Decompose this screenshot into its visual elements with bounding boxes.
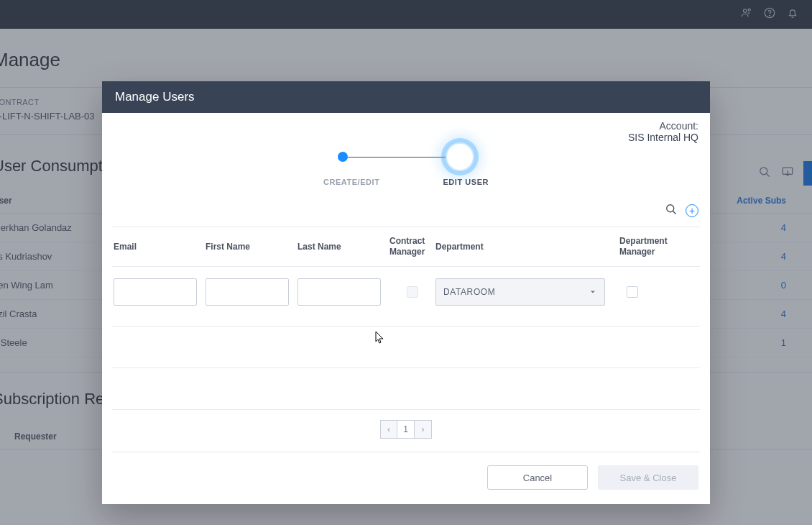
step-labels: CREATE/EDIT EDIT USER [112, 178, 700, 186]
contract-manager-checkbox[interactable] [407, 286, 418, 298]
email-input[interactable] [114, 278, 197, 306]
cancel-button[interactable]: Cancel [487, 465, 588, 490]
grid-header: Email First Name Last Name Contract Mana… [112, 227, 700, 267]
modal-footer: Cancel Save & Close [102, 452, 710, 504]
grid-toolbar: + [112, 199, 700, 227]
column-header-first-name: First Name [206, 242, 297, 252]
step-circle-edit [446, 142, 474, 171]
step-label-create: CREATE/EDIT [323, 178, 380, 186]
column-header-department: Department [435, 242, 605, 252]
pager: ‹ 1 › [112, 410, 700, 452]
stepper [112, 140, 700, 173]
department-selected-value: DATAROOM [443, 287, 495, 297]
last-name-input[interactable] [297, 278, 381, 306]
svg-line-8 [673, 211, 676, 214]
step-label-edit: EDIT USER [443, 178, 489, 186]
column-header-department-manager: Department Manager [605, 236, 668, 257]
pager-prev-button[interactable]: ‹ [380, 420, 397, 439]
pager-next-button[interactable]: › [415, 420, 432, 439]
step-connector [348, 157, 446, 158]
column-header-email: Email [114, 242, 206, 252]
chevron-down-icon [589, 288, 597, 296]
grid-row: DATAROOM [112, 267, 700, 327]
column-header-last-name: Last Name [297, 242, 389, 252]
department-select[interactable]: DATAROOM [435, 278, 605, 306]
search-icon[interactable] [664, 202, 678, 219]
save-and-close-button: Save & Close [598, 465, 698, 490]
account-label: Account: [628, 120, 698, 132]
empty-row [112, 327, 700, 368]
modal-overlay: Manage Users Account: SIS Internal HQ CR… [0, 0, 812, 525]
first-name-input[interactable] [206, 278, 289, 306]
manage-users-modal: Manage Users Account: SIS Internal HQ CR… [102, 81, 710, 504]
column-header-contract-manager: Contract Manager [389, 236, 435, 257]
svg-point-7 [667, 205, 674, 212]
step-dot-create [338, 152, 348, 162]
pager-page-1-button[interactable]: 1 [397, 420, 415, 439]
modal-title: Manage Users [102, 81, 710, 113]
add-user-button[interactable]: + [686, 204, 698, 217]
department-manager-checkbox[interactable] [627, 286, 638, 298]
empty-row [112, 368, 700, 410]
